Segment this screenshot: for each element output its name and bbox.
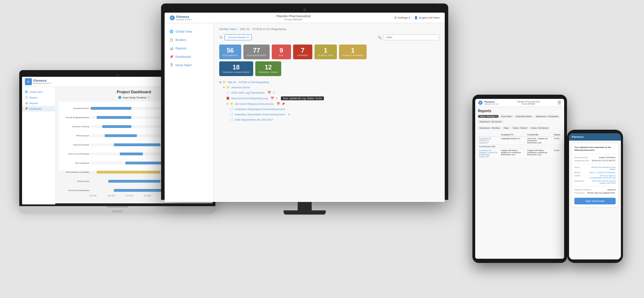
filter-expiration-dates[interactable]: Expiration Dates (514, 115, 533, 118)
user-menu[interactable]: 👤 Angela Gill Nelm (414, 16, 440, 19)
table-row-0: Complete AE STEMI in EA Regulatory? ange… (478, 137, 561, 145)
filter-tags[interactable]: Tags (502, 127, 510, 129)
settings-menu[interactable]: ⚙ Settings ▾ (394, 16, 410, 19)
cell-task-2: Complete AE Shadow Charts/Pat ient/Patie… (478, 149, 500, 159)
sign-document-button[interactable]: Sign Document (574, 198, 616, 204)
phone-sig-reason-value: Approval (607, 189, 616, 191)
stat-expired-label: EXPIRED (297, 54, 309, 56)
filter-tasks-closed[interactable]: Tasks - Closed (511, 127, 528, 129)
reports-title: Reports (478, 109, 561, 113)
calendar-icon: 📅 (268, 91, 271, 94)
phone-binder-row: Binder: Site 01 - STEMI in EA Regulatory (574, 171, 616, 174)
choose-binder-button[interactable]: Choose Binder ▾ (224, 34, 252, 40)
tree-root: ☑ 📁 Site 01 - STEMI in EA Regulatory (219, 80, 439, 85)
stat-expired[interactable]: 7 EXPIRED (293, 45, 312, 59)
sidebar-item-globalview[interactable]: 🌐 Global View (165, 27, 213, 36)
sidebar-item-needhelp[interactable]: ❓ Need Help? (165, 61, 213, 69)
phone-divider-1 (574, 154, 616, 154)
sidebar-globalview-label: Global View (175, 30, 192, 33)
chevron-down-icon[interactable]: ▾ (148, 96, 150, 99)
stat-pending-sigs-label: PENDING SIGNATURES (223, 71, 250, 73)
tree-adverse-event: ▼ 📁 Adverse Event (219, 85, 439, 90)
reports-table: Assigned To Created By Status Complete A… (478, 133, 561, 159)
hamburger-icon[interactable]: ☰ (558, 100, 561, 105)
desktop-logo: F Florence eBINDER SUITE™ (169, 15, 193, 21)
stat-pending-tasks[interactable]: 12 PENDING TASKS (255, 61, 282, 76)
task-section-2[interactable]: Complete AE Shadow Charts/Pat ient/Patie… (479, 149, 499, 156)
dashboard-icon: 📌 (25, 107, 28, 110)
tree-institution-1: 📄 Institution Reportable Event Assessmen… (219, 107, 439, 112)
tree-root-label: Site 01 - STEMI in EA Regulatory (228, 81, 269, 84)
choose-binder-label: Choose Binder (228, 36, 246, 39)
x-label-3: Oct 2018 (144, 195, 151, 197)
cell-created-0: Jane Doe - angela.nel msrdemoc florenceh… (526, 137, 553, 145)
stat-expired-number: 7 (297, 47, 309, 54)
laptop-nav-globalview[interactable]: 🌐 Global View (22, 89, 55, 95)
stat-almost-due[interactable]: 1 ALMOST DUE (314, 45, 337, 59)
breadcrumb-page: Site 01 - STEMI in EA Regulatory (240, 27, 286, 31)
laptop-nav-dashboard[interactable]: 📌 Dashboard (22, 106, 55, 111)
filter-input[interactable] (383, 34, 439, 40)
stat-due[interactable]: 9 DUE (272, 45, 291, 59)
filter-sigs-myqueue[interactable]: Signatures - My Queue (478, 120, 503, 123)
stat-documents-number: 56 (223, 47, 238, 54)
stat-placeholders[interactable]: 77 PLACEHOLDERS (243, 45, 270, 59)
laptop-camera (117, 74, 118, 76)
gantt-label-4: Study Enrollment (61, 144, 89, 146)
phone-document-label: Document: (574, 180, 584, 184)
laptop-logo: F Florence eBINDER SUITE™ (25, 78, 51, 85)
task-location-2: STEMI in EA (479, 156, 499, 158)
cell-task-0: Complete AE STEMI in EA Regulatory? (478, 137, 500, 145)
filter-sigs-completed[interactable]: Signatures - Completed (534, 115, 560, 118)
arrow-icon-2: ✈ (288, 113, 290, 116)
sidebar-item-dashboard[interactable]: 📌 Dashboard (165, 53, 213, 61)
filter-close-icon[interactable]: × (496, 115, 497, 117)
laptop-nav-dashboard-label: Dashboard (29, 108, 41, 110)
filter-sigs-myqueue-label: Signatures - My Queue (480, 121, 501, 123)
doc-icon-2: 📄 (230, 113, 233, 116)
topbar-center: Placebo Pharmaceutical Group eBinder (276, 14, 310, 21)
svg-text:F: F (480, 102, 482, 104)
filter-tasks-pending[interactable]: Tasks - Pending × (478, 115, 499, 118)
phone-binder-label: Binder: (574, 171, 581, 174)
col-assigned: Assigned To (500, 133, 526, 137)
stat-almost-expired[interactable]: 1 ALMOST EXPIRED (339, 45, 367, 59)
sidebar-item-binders[interactable]: 📋 Binders (165, 36, 213, 44)
gantt-label-8: Protocol Dev (61, 180, 89, 182)
laptop-nav-binders[interactable]: 📋 Binders (22, 95, 55, 100)
task-tooltip: Task: Update AE Log. Status: To-Do (281, 96, 324, 100)
monitor-frame: F Florence eBINDER SUITE™ Placebo Pharma… (161, 4, 448, 200)
cell-created-2: Angela Gill Nelms - msrdemoc msrdemoc fl… (526, 149, 553, 159)
user-icon: 👤 (414, 16, 418, 19)
phone-requested-date-value: 16-Feb-2017 at 12:37 AM UTC (592, 160, 616, 162)
sidebar-item-reports[interactable]: 📊 Reports (165, 44, 213, 53)
filter-tasks-myqueue[interactable]: Tasks - My Queue (529, 127, 550, 129)
tablet-logo: F Florence eBINDER SUITE™ (478, 100, 499, 105)
stat-pending-sigs[interactable]: 18 PENDING SIGNATURES (219, 61, 253, 76)
laptop-suite: eBINDER SUITE™ (33, 82, 51, 84)
phone-comments-label: Comments: (574, 192, 585, 194)
expand-icon-2[interactable]: ▼ (226, 103, 229, 105)
sidebar-binders-label: Binders (175, 38, 186, 42)
gear-icon: ⚙ (394, 16, 397, 19)
phone-device: Florence Your signature was requested on… (567, 130, 623, 263)
gantt-bar-4 (114, 143, 160, 146)
filter-sigs-pending[interactable]: Signatures - Pending (478, 127, 501, 129)
tree-institution-1-label: Institution Reportable Event Assessment (235, 108, 285, 111)
tree-institution-2-label: Institution Reportable Event Assessment (235, 113, 285, 116)
settings-label: Settings (398, 16, 408, 19)
laptop-nav-reports[interactable]: 📊 Reports (22, 100, 55, 106)
laptop-nav-globalview-label: Global View (29, 91, 42, 93)
x-label-0: Jan 2016 (89, 195, 97, 197)
cell-status-1 (553, 145, 561, 149)
phone-comments-value: Please sign the updated DOA. (587, 192, 616, 194)
tree-ae-log-label: Adverse Event Reporting Log (231, 97, 268, 100)
filter-due-dates[interactable]: Due Dates (500, 115, 513, 118)
tree-institution-2: 📄 Institution Reportable Event Assessmen… (219, 112, 439, 117)
checkbox-icon[interactable]: ☑ (219, 81, 221, 84)
stat-documents[interactable]: 56 DOCUMENTS (219, 45, 241, 59)
breadcrumb-global[interactable]: Global View (219, 27, 236, 31)
chevron-icon: ▾ (409, 16, 410, 19)
topbar-right: ⚙ Settings ▾ 👤 Angela Gill Nelm (394, 16, 440, 19)
expand-icon[interactable]: ▼ (223, 86, 225, 89)
